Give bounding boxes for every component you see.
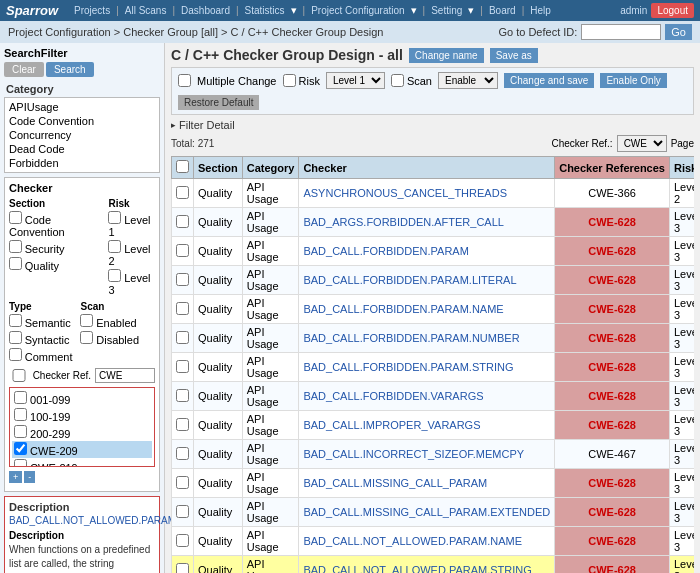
row-checkbox[interactable]	[176, 360, 189, 373]
checker-link[interactable]: ASYNCHRONOUS_CANCEL_THREADS	[303, 187, 507, 199]
checker-link[interactable]: BAD_CALL.INCORRECT_SIZEOF.MEMCPY	[303, 448, 524, 460]
row-checkbox[interactable]	[176, 244, 189, 257]
row-check-cell	[172, 411, 194, 440]
risk-select[interactable]: Level 1Level 2Level 3	[326, 72, 385, 89]
search-button[interactable]: Search	[46, 62, 94, 77]
row-cwe-ref: CWE-628	[555, 527, 670, 556]
row-category: API Usage	[242, 324, 299, 353]
row-risk: Level 2	[669, 179, 694, 208]
checker-link[interactable]: BAD_CALL.FORBIDDEN.PARAM.LITERAL	[303, 274, 516, 286]
section-code-convention-check[interactable]	[9, 211, 22, 224]
cwe-item[interactable]: 200-299	[12, 424, 152, 441]
row-cwe-ref: CWE-628	[555, 382, 670, 411]
checker-link[interactable]: BAD_CALL.NOT_ALLOWED.PARAM.NAME	[303, 535, 522, 547]
table-container: Section Category Checker Checker Referen…	[171, 156, 694, 573]
row-section: Quality	[194, 527, 243, 556]
page-title-bar: C / C++ Checker Group Design - all Chang…	[171, 47, 694, 63]
row-category: API Usage	[242, 208, 299, 237]
scan-enabled-check[interactable]	[80, 314, 93, 327]
nav-statistics[interactable]: Statistics	[245, 5, 285, 16]
checker-link[interactable]: BAD_CALL.FORBIDDEN.PARAM.NUMBER	[303, 332, 519, 344]
checker-link[interactable]: BAD_CALL.FORBIDDEN.VARARGS	[303, 390, 483, 402]
row-checkbox[interactable]	[176, 476, 189, 489]
nav-setting[interactable]: Setting	[431, 5, 462, 16]
goto-button[interactable]: Go	[665, 24, 692, 40]
nav-all-scans[interactable]: All Scans	[125, 5, 167, 16]
cwe-item[interactable]: 100-199	[12, 407, 152, 424]
row-cwe-ref: CWE-366	[555, 179, 670, 208]
checker-link[interactable]: BAD_CALL.FORBIDDEN.PARAM	[303, 245, 468, 257]
cwe-item[interactable]: CWE-219	[12, 458, 152, 467]
category-item[interactable]: APIUsage	[7, 100, 157, 114]
checker-link[interactable]: BAD_CALL.NOT_ALLOWED.PARAM.STRING	[303, 564, 531, 573]
change-save-button[interactable]: Change and save	[504, 73, 594, 88]
checker-link[interactable]: BAD_ARGS.FORBIDDEN.AFTER_CALL	[303, 216, 504, 228]
checker-ref-check[interactable]	[9, 369, 29, 382]
table-row: Quality API Usage BAD_CALL.FORBIDDEN.PAR…	[172, 266, 695, 295]
row-checkbox[interactable]	[176, 505, 189, 518]
category-item[interactable]: Concurrency	[7, 128, 157, 142]
risk-check[interactable]	[283, 74, 296, 87]
checker-ref-select[interactable]: CWE	[617, 135, 667, 152]
category-item[interactable]: Code Convention	[7, 114, 157, 128]
checker-link[interactable]: BAD_CALL.IMPROPER_VARARGS	[303, 419, 480, 431]
nav-project-config[interactable]: Project Configuration	[311, 5, 404, 16]
row-cwe-ref: CWE-628	[555, 556, 670, 574]
cwe-item[interactable]: 001-099	[12, 390, 152, 407]
nav-help[interactable]: Help	[530, 5, 551, 16]
row-checkbox[interactable]	[176, 302, 189, 315]
checker-link[interactable]: BAD_CALL.FORBIDDEN.PARAM.STRING	[303, 361, 513, 373]
type-comment-check[interactable]	[9, 348, 22, 361]
row-checkbox[interactable]	[176, 418, 189, 431]
scan-select[interactable]: EnableDisable	[438, 72, 498, 89]
restore-button[interactable]: Restore Default	[178, 95, 259, 110]
checker-link[interactable]: BAD_CALL.MISSING_CALL_PARAM	[303, 477, 487, 489]
checker-link[interactable]: BAD_CALL.MISSING_CALL_PARAM.EXTENDED	[303, 506, 550, 518]
main-content: C / C++ Checker Group Design - all Chang…	[165, 43, 700, 573]
nav-projects[interactable]: Projects	[74, 5, 110, 16]
goto-defect-input[interactable]	[581, 24, 661, 40]
section-security-check[interactable]	[9, 240, 22, 253]
save-as-button[interactable]: Save as	[490, 48, 538, 63]
filter-detail-toggle[interactable]: ▸ Filter Detail	[171, 119, 694, 131]
cwe-remove-button[interactable]: -	[24, 471, 35, 483]
row-checkbox[interactable]	[176, 273, 189, 286]
category-item[interactable]: Dead Code	[7, 142, 157, 156]
risk-level2-check[interactable]	[108, 240, 121, 253]
change-name-button[interactable]: Change name	[409, 48, 484, 63]
row-checkbox[interactable]	[176, 389, 189, 402]
type-semantic-check[interactable]	[9, 314, 22, 327]
checker-link[interactable]: BAD_CALL.FORBIDDEN.PARAM.NAME	[303, 303, 503, 315]
row-checkbox[interactable]	[176, 186, 189, 199]
multiple-change-check[interactable]	[178, 74, 191, 87]
row-checker: BAD_CALL.MISSING_CALL_PARAM	[299, 469, 555, 498]
row-check-cell	[172, 440, 194, 469]
row-checkbox[interactable]	[176, 534, 189, 547]
row-checkbox[interactable]	[176, 563, 189, 574]
row-section: Quality	[194, 179, 243, 208]
cwe-add-button[interactable]: +	[9, 471, 22, 483]
clear-button[interactable]: Clear	[4, 62, 44, 77]
scan-disabled-check[interactable]	[80, 331, 93, 344]
nav-dashboard[interactable]: Dashboard	[181, 5, 230, 16]
row-checkbox[interactable]	[176, 215, 189, 228]
section-quality-check[interactable]	[9, 257, 22, 270]
checker-ref-label: Checker Ref.:	[552, 138, 613, 149]
type-syntactic-check[interactable]	[9, 331, 22, 344]
cwe-list: 001-099 100-199 200-299 CWE-209 CWE-219	[9, 387, 155, 467]
cwe-controls: + -	[9, 471, 155, 483]
row-risk: Level 3	[669, 498, 694, 527]
enable-only-button[interactable]: Enable Only	[600, 73, 666, 88]
risk-level3-check[interactable]	[108, 269, 121, 282]
nav-board[interactable]: Board	[489, 5, 516, 16]
cwe-item[interactable]: CWE-209	[12, 441, 152, 458]
row-checkbox[interactable]	[176, 331, 189, 344]
risk-level1-check[interactable]	[108, 211, 121, 224]
logout-button[interactable]: Logout	[651, 3, 694, 18]
select-all-check[interactable]	[176, 160, 189, 173]
row-checkbox[interactable]	[176, 447, 189, 460]
category-item[interactable]: Forbidden	[7, 156, 157, 170]
checker-ref-input[interactable]	[95, 368, 155, 383]
scan-check[interactable]	[391, 74, 404, 87]
row-check-cell	[172, 208, 194, 237]
